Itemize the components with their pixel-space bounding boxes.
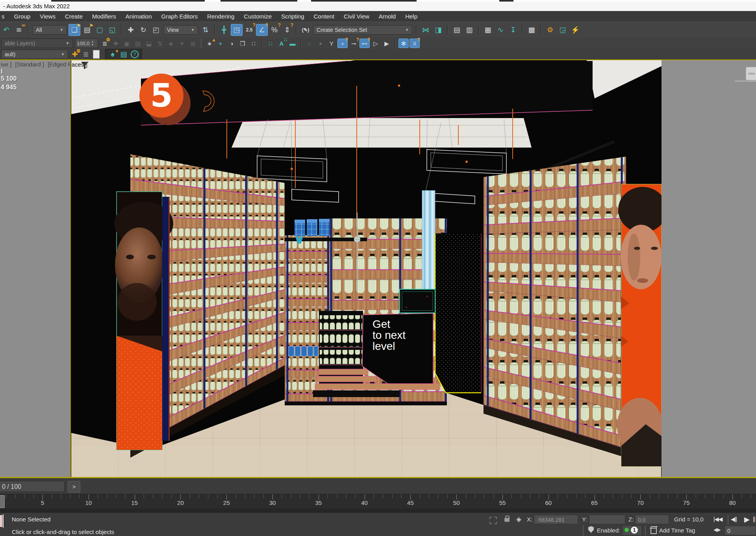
set-key-plus-button[interactable]: +?	[337, 39, 348, 48]
menu-customize[interactable]: Customize	[239, 11, 276, 22]
material-editor-button[interactable]: ▩	[526, 24, 537, 36]
menu-s[interactable]: s	[0, 11, 9, 22]
layer-properties-button[interactable]: ⊞	[188, 39, 198, 48]
add-to-layer-button[interactable]: ▣	[122, 39, 132, 48]
delete-keys-toggle[interactable]: X?	[410, 39, 420, 48]
menu-arnold[interactable]: Arnold	[374, 11, 400, 22]
reference-coordinate-dropdown[interactable]: View▼	[163, 25, 198, 35]
snaps-toggle-icon[interactable]: ╋	[218, 24, 230, 36]
left-viewport-strip[interactable]	[0, 60, 71, 477]
edit-working-pivot-icon[interactable]: ❒	[237, 39, 248, 48]
toggle-scene-explorer-button[interactable]: ▤	[451, 24, 463, 36]
circle-points-icon[interactable]: ◌	[304, 39, 315, 48]
dotted-region-icon[interactable]: ▫	[315, 39, 326, 48]
menu-create[interactable]: Create	[60, 11, 87, 22]
go-to-start-button[interactable]: |◀◀	[713, 516, 722, 522]
layers-dropdown[interactable]: able Layers)▼	[1, 39, 73, 48]
mirror-button[interactable]: ⋈	[420, 24, 432, 36]
snap-25d-toggle[interactable]: 2.5?	[243, 24, 255, 36]
named-selection-sets-dropdown[interactable]: Create Selection Set▼	[313, 25, 412, 35]
z-coordinate-field[interactable]: 0,0	[635, 515, 669, 524]
hide-layer-button[interactable]: ◈	[166, 39, 176, 48]
undo-icon[interactable]: ↶	[0, 24, 12, 36]
isolate-selection-toggle[interactable]	[489, 517, 497, 524]
select-object-button[interactable]: ❏➤	[69, 24, 80, 36]
next-frame-button[interactable]: >	[68, 481, 80, 493]
select-layer-button[interactable]: ⬓	[144, 39, 154, 48]
next-frame-cut-button[interactable]: ||	[753, 516, 755, 522]
delete-layer-button[interactable]: ▤	[133, 39, 143, 48]
safe-scene-shield-icon[interactable]	[588, 526, 594, 533]
menu-rendering[interactable]: Rendering	[202, 11, 239, 22]
angle-snap-toggle[interactable]: ∠?	[256, 24, 268, 36]
schematic-view-button[interactable]: ↧	[507, 24, 519, 36]
absolute-mode-button[interactable]: ◈	[516, 515, 521, 523]
freeze-layer-button[interactable]: ✶	[177, 39, 187, 48]
key-filter-icon[interactable]: ⊸?	[348, 39, 359, 48]
viewport-scene[interactable]: 5	[71, 60, 662, 477]
maxscript-listener-edge[interactable]	[0, 515, 2, 527]
spinner-snap-toggle[interactable]: ⇕?	[281, 24, 293, 36]
render-production-button[interactable]: ⚡	[569, 24, 581, 36]
right-viewport-strip[interactable]: FRO	[662, 60, 756, 477]
toggle-ribbon-button[interactable]: ▦	[482, 24, 494, 36]
white-swatch[interactable]	[93, 50, 100, 59]
measure-icon[interactable]: ▬	[287, 39, 298, 48]
default-state-dropdown[interactable]: ault)▼	[1, 50, 68, 59]
add-time-tag[interactable]: Add Time Tag	[659, 527, 695, 534]
create-new-layer-button[interactable]: ✚≣	[70, 50, 80, 59]
working-pivot-icon[interactable]: ∗▴	[204, 39, 215, 48]
select-child-icon[interactable]: ▷	[371, 39, 381, 48]
time-slider-handle[interactable]	[0, 495, 5, 508]
manage-layers-button[interactable]: ≣⚙	[100, 39, 110, 48]
toggle-layer-explorer-button[interactable]: ▥	[463, 24, 475, 36]
window-crossing-toggle[interactable]: ◱	[106, 24, 118, 36]
auto-key-toggle[interactable]: ⊷?	[359, 39, 370, 48]
current-frame-field[interactable]: 0	[724, 526, 756, 535]
viewport-label-view[interactable]: ive ]	[1, 61, 12, 68]
help-circle-icon[interactable]: ?	[130, 50, 140, 59]
y-coordinate-field[interactable]	[589, 515, 625, 524]
edit-named-selection-sets-button[interactable]: {✎}	[300, 24, 311, 36]
rendered-frame-window-button[interactable]: ◲	[557, 24, 569, 36]
select-and-move-button[interactable]: ✚	[125, 24, 137, 36]
selection-lock-toggle[interactable]	[504, 518, 510, 522]
play-button[interactable]: ▶	[744, 515, 749, 524]
autogrid-icon[interactable]: A∷	[276, 39, 287, 48]
layer-stack-icon[interactable]: ≣	[81, 50, 91, 59]
create-layer-button[interactable]: ✚	[111, 39, 121, 48]
curve-editor-button[interactable]: ∿	[495, 24, 506, 36]
kinematic-chain-icon[interactable]: Y	[326, 39, 337, 48]
menu-scripting[interactable]: Scripting	[276, 11, 309, 22]
use-working-pivot-icon[interactable]: ⌖	[215, 39, 226, 48]
menu-views[interactable]: Views	[35, 11, 60, 22]
security-count-badge[interactable]: 1	[631, 527, 638, 534]
menu-graph-editors[interactable]: Graph Editors	[157, 11, 203, 22]
menu-content[interactable]: Content	[309, 11, 339, 22]
freeze-transforms-toggle[interactable]: ✻	[398, 39, 409, 48]
track-bar-ruler[interactable]: 5101520253035404550556065707580	[0, 494, 756, 509]
menu-modifiers[interactable]: Modifiers	[87, 11, 121, 22]
previous-frame-button[interactable]: ◀||	[731, 516, 737, 522]
snap-3d-toggle[interactable]: ◳	[231, 24, 243, 36]
viewcube[interactable]: FRO	[746, 67, 756, 80]
percent-snap-toggle[interactable]: %?	[269, 24, 280, 36]
vegetation-tools-icon[interactable]: ♠♠	[107, 50, 118, 59]
rectangular-selection-region-button[interactable]: ▢	[94, 24, 106, 36]
select-and-scale-button[interactable]: ◰	[150, 24, 162, 36]
set-current-layer-button[interactable]: ⇅	[155, 39, 165, 48]
align-button[interactable]: ◨	[432, 24, 444, 36]
key-step-arrows[interactable]: ◀▶	[713, 527, 721, 532]
viewport-label-row[interactable]: ive ][Standard ][Edged Faces ]	[1, 61, 91, 68]
menu-animation[interactable]: Animation	[121, 11, 157, 22]
frame-display[interactable]: 0 / 100	[0, 481, 65, 492]
select-and-rotate-button[interactable]: ↻	[137, 24, 149, 36]
select-parent-icon[interactable]: ▶	[382, 39, 392, 48]
notes-page-icon[interactable]: ▤	[119, 50, 129, 59]
render-setup-button[interactable]: ⚙	[544, 24, 556, 36]
grid-small-icon[interactable]: ∷	[248, 39, 259, 48]
x-coordinate-field[interactable]: -58348,281	[534, 515, 578, 524]
use-pivot-center-button[interactable]: ⇅	[200, 24, 211, 36]
menu-civil-view[interactable]: Civil View	[339, 11, 374, 22]
display-colors-icon[interactable]: ◑	[226, 39, 237, 48]
